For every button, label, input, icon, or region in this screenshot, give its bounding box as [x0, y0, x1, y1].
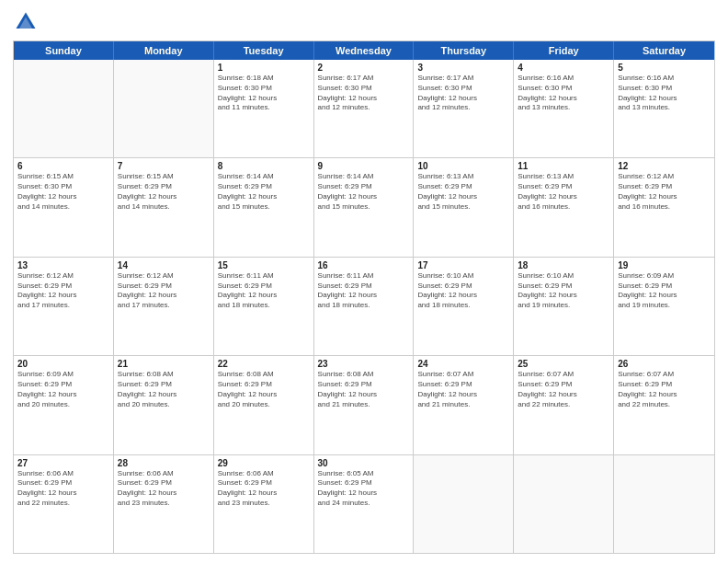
day-info: Sunrise: 6:18 AM Sunset: 6:30 PM Dayligh…	[218, 74, 310, 113]
weekday-header-sunday: Sunday	[14, 41, 114, 60]
day-cell-18: 18Sunrise: 6:10 AM Sunset: 6:29 PM Dayli…	[514, 258, 614, 355]
day-number: 23	[318, 359, 410, 369]
day-info: Sunrise: 6:07 AM Sunset: 6:29 PM Dayligh…	[417, 370, 509, 409]
day-info: Sunrise: 6:12 AM Sunset: 6:29 PM Dayligh…	[618, 172, 711, 212]
weekday-header-monday: Monday	[114, 41, 214, 60]
day-info: Sunrise: 6:11 AM Sunset: 6:29 PM Dayligh…	[318, 271, 410, 311]
empty-cell	[14, 60, 114, 157]
calendar: SundayMondayTuesdayWednesdayThursdayFrid…	[13, 40, 715, 554]
day-info: Sunrise: 6:09 AM Sunset: 6:29 PM Dayligh…	[618, 271, 711, 311]
day-number: 25	[518, 359, 609, 369]
day-number: 30	[318, 458, 410, 468]
day-cell-21: 21Sunrise: 6:08 AM Sunset: 6:29 PM Dayli…	[114, 356, 214, 454]
day-cell-30: 30Sunrise: 6:05 AM Sunset: 6:29 PM Dayli…	[314, 455, 415, 553]
day-cell-14: 14Sunrise: 6:12 AM Sunset: 6:29 PM Dayli…	[114, 258, 214, 355]
day-number: 21	[118, 359, 210, 369]
day-number: 6	[17, 161, 109, 171]
day-number: 29	[218, 458, 310, 468]
day-info: Sunrise: 6:15 AM Sunset: 6:29 PM Dayligh…	[118, 172, 210, 212]
day-info: Sunrise: 6:14 AM Sunset: 6:29 PM Dayligh…	[318, 172, 410, 212]
day-number: 7	[118, 161, 210, 171]
day-info: Sunrise: 6:15 AM Sunset: 6:30 PM Dayligh…	[17, 172, 109, 212]
day-info: Sunrise: 6:06 AM Sunset: 6:29 PM Dayligh…	[118, 469, 210, 509]
weekday-header-saturday: Saturday	[614, 41, 714, 60]
day-cell-19: 19Sunrise: 6:09 AM Sunset: 6:29 PM Dayli…	[614, 258, 714, 355]
day-cell-26: 26Sunrise: 6:07 AM Sunset: 6:29 PM Dayli…	[614, 356, 714, 454]
day-cell-10: 10Sunrise: 6:13 AM Sunset: 6:29 PM Dayli…	[414, 158, 514, 256]
calendar-row-2: 6Sunrise: 6:15 AM Sunset: 6:30 PM Daylig…	[14, 158, 714, 257]
day-number: 26	[618, 359, 711, 369]
day-info: Sunrise: 6:09 AM Sunset: 6:29 PM Dayligh…	[17, 370, 109, 409]
day-info: Sunrise: 6:11 AM Sunset: 6:29 PM Dayligh…	[218, 271, 310, 311]
day-cell-3: 3Sunrise: 6:17 AM Sunset: 6:30 PM Daylig…	[414, 60, 514, 157]
day-info: Sunrise: 6:10 AM Sunset: 6:29 PM Dayligh…	[417, 271, 509, 311]
weekday-header-friday: Friday	[514, 41, 614, 60]
day-cell-9: 9Sunrise: 6:14 AM Sunset: 6:29 PM Daylig…	[314, 158, 415, 256]
day-info: Sunrise: 6:08 AM Sunset: 6:29 PM Dayligh…	[318, 370, 410, 409]
day-cell-6: 6Sunrise: 6:15 AM Sunset: 6:30 PM Daylig…	[14, 158, 114, 256]
day-number: 13	[17, 260, 109, 270]
weekday-header-thursday: Thursday	[414, 41, 514, 60]
day-info: Sunrise: 6:08 AM Sunset: 6:29 PM Dayligh…	[218, 370, 310, 409]
day-cell-8: 8Sunrise: 6:14 AM Sunset: 6:29 PM Daylig…	[214, 158, 314, 256]
logo-icon	[13, 9, 39, 35]
day-number: 19	[618, 260, 711, 270]
calendar-row-5: 27Sunrise: 6:06 AM Sunset: 6:29 PM Dayli…	[14, 455, 714, 553]
day-info: Sunrise: 6:17 AM Sunset: 6:30 PM Dayligh…	[318, 74, 410, 113]
day-number: 22	[218, 359, 310, 369]
day-cell-13: 13Sunrise: 6:12 AM Sunset: 6:29 PM Dayli…	[14, 258, 114, 355]
day-cell-7: 7Sunrise: 6:15 AM Sunset: 6:29 PM Daylig…	[114, 158, 214, 256]
day-number: 9	[318, 161, 410, 171]
day-info: Sunrise: 6:13 AM Sunset: 6:29 PM Dayligh…	[518, 172, 609, 212]
day-cell-17: 17Sunrise: 6:10 AM Sunset: 6:29 PM Dayli…	[414, 258, 514, 355]
day-cell-25: 25Sunrise: 6:07 AM Sunset: 6:29 PM Dayli…	[514, 356, 614, 454]
logo	[13, 9, 42, 35]
day-info: Sunrise: 6:16 AM Sunset: 6:30 PM Dayligh…	[618, 74, 711, 113]
calendar-row-4: 20Sunrise: 6:09 AM Sunset: 6:29 PM Dayli…	[14, 356, 714, 454]
day-cell-1: 1Sunrise: 6:18 AM Sunset: 6:30 PM Daylig…	[214, 60, 314, 157]
empty-cell	[114, 60, 214, 157]
day-number: 20	[17, 359, 109, 369]
day-info: Sunrise: 6:06 AM Sunset: 6:29 PM Dayligh…	[218, 469, 310, 509]
empty-cell	[514, 455, 614, 553]
day-cell-12: 12Sunrise: 6:12 AM Sunset: 6:29 PM Dayli…	[614, 158, 714, 256]
weekday-header-tuesday: Tuesday	[214, 41, 314, 60]
page: SundayMondayTuesdayWednesdayThursdayFrid…	[0, 0, 728, 563]
day-info: Sunrise: 6:07 AM Sunset: 6:29 PM Dayligh…	[518, 370, 609, 409]
day-number: 11	[518, 161, 609, 171]
day-cell-11: 11Sunrise: 6:13 AM Sunset: 6:29 PM Dayli…	[514, 158, 614, 256]
day-info: Sunrise: 6:05 AM Sunset: 6:29 PM Dayligh…	[318, 469, 410, 509]
day-number: 1	[218, 63, 310, 73]
calendar-row-3: 13Sunrise: 6:12 AM Sunset: 6:29 PM Dayli…	[14, 258, 714, 356]
day-number: 5	[618, 63, 711, 73]
day-info: Sunrise: 6:06 AM Sunset: 6:29 PM Dayligh…	[17, 469, 109, 509]
day-cell-28: 28Sunrise: 6:06 AM Sunset: 6:29 PM Dayli…	[114, 455, 214, 553]
calendar-row-1: 1Sunrise: 6:18 AM Sunset: 6:30 PM Daylig…	[14, 60, 714, 158]
day-info: Sunrise: 6:17 AM Sunset: 6:30 PM Dayligh…	[417, 74, 509, 113]
day-info: Sunrise: 6:10 AM Sunset: 6:29 PM Dayligh…	[518, 271, 609, 311]
day-cell-20: 20Sunrise: 6:09 AM Sunset: 6:29 PM Dayli…	[14, 356, 114, 454]
day-number: 28	[118, 458, 210, 468]
day-number: 2	[318, 63, 410, 73]
day-cell-22: 22Sunrise: 6:08 AM Sunset: 6:29 PM Dayli…	[214, 356, 314, 454]
day-number: 16	[318, 260, 410, 270]
day-number: 14	[118, 260, 210, 270]
day-info: Sunrise: 6:13 AM Sunset: 6:29 PM Dayligh…	[417, 172, 509, 212]
day-info: Sunrise: 6:16 AM Sunset: 6:30 PM Dayligh…	[518, 74, 609, 113]
day-info: Sunrise: 6:14 AM Sunset: 6:29 PM Dayligh…	[218, 172, 310, 212]
day-info: Sunrise: 6:12 AM Sunset: 6:29 PM Dayligh…	[118, 271, 210, 311]
day-cell-2: 2Sunrise: 6:17 AM Sunset: 6:30 PM Daylig…	[314, 60, 415, 157]
day-cell-23: 23Sunrise: 6:08 AM Sunset: 6:29 PM Dayli…	[314, 356, 415, 454]
day-cell-4: 4Sunrise: 6:16 AM Sunset: 6:30 PM Daylig…	[514, 60, 614, 157]
day-number: 24	[417, 359, 509, 369]
day-number: 10	[417, 161, 509, 171]
day-info: Sunrise: 6:08 AM Sunset: 6:29 PM Dayligh…	[118, 370, 210, 409]
day-number: 12	[618, 161, 711, 171]
day-number: 27	[17, 458, 109, 468]
day-number: 3	[417, 63, 509, 73]
day-cell-24: 24Sunrise: 6:07 AM Sunset: 6:29 PM Dayli…	[414, 356, 514, 454]
day-cell-16: 16Sunrise: 6:11 AM Sunset: 6:29 PM Dayli…	[314, 258, 415, 355]
day-cell-27: 27Sunrise: 6:06 AM Sunset: 6:29 PM Dayli…	[14, 455, 114, 553]
calendar-header: SundayMondayTuesdayWednesdayThursdayFrid…	[14, 41, 714, 60]
day-info: Sunrise: 6:12 AM Sunset: 6:29 PM Dayligh…	[17, 271, 109, 311]
